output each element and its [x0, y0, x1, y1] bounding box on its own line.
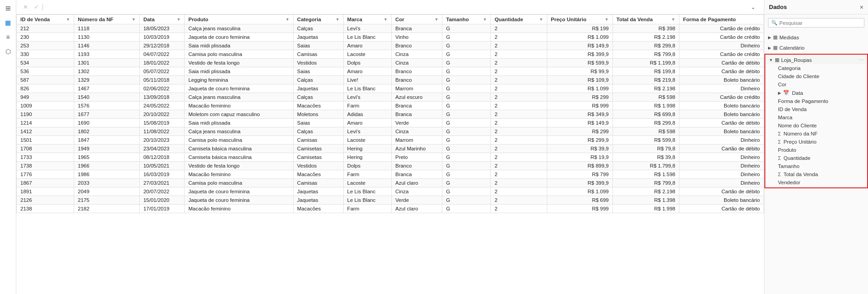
- col-header-quantidade[interactable]: Quantidade ▼: [491, 15, 547, 24]
- col-header-forma[interactable]: Forma de Pagamento: [679, 15, 764, 24]
- field-item-preco-unitario[interactable]: Σ Preço Unitário: [765, 138, 867, 146]
- field-group-header-loja-roupas[interactable]: ▼ ▦ Loja_Roupas ⋯: [765, 56, 867, 64]
- report-icon[interactable]: ≡: [2, 31, 14, 43]
- filter-icon-total[interactable]: ▼: [671, 17, 675, 22]
- table-row[interactable]: 212111818/05/2023Calça jeans masculinaCa…: [17, 24, 764, 33]
- field-item-data[interactable]: ▶ 📅 Data: [765, 89, 867, 97]
- filter-icon-categoria[interactable]: ▼: [336, 17, 340, 22]
- search-box[interactable]: 🔍: [768, 18, 864, 28]
- grid-icon[interactable]: ⊞: [2, 2, 14, 14]
- col-header-produto[interactable]: Produto ▼: [185, 15, 293, 24]
- confirm-button[interactable]: ✓: [31, 2, 42, 13]
- table-cell: Le Lis Blanc: [343, 84, 391, 93]
- field-item-forma-pagamento[interactable]: Forma de Pagamento: [765, 97, 867, 105]
- table-row[interactable]: 534130118/01/2022Vestido de festa longoV…: [17, 59, 764, 67]
- table-cell: G: [442, 196, 491, 205]
- table-row[interactable]: 1412180211/08/2022Calça jeans masculinaC…: [17, 127, 764, 136]
- table-row[interactable]: 949154013/09/2018Calça jeans masculinaCa…: [17, 93, 764, 102]
- field-item-tamanho[interactable]: Tamanho: [765, 162, 867, 170]
- table-row[interactable]: 1867203327/03/2021Camisa polo masculinaC…: [17, 179, 764, 187]
- filter-icon-data[interactable]: ▼: [177, 17, 181, 22]
- col-header-tamanho[interactable]: Tamanho ▼: [442, 15, 491, 24]
- table-cell: R$ 299,8: [612, 42, 679, 50]
- table-cell: Camisetas: [293, 153, 343, 162]
- table-cell: Lacoste: [343, 136, 391, 145]
- table-row[interactable]: 826146702/06/2022Jaqueta de couro femini…: [17, 84, 764, 93]
- table-cell: R$ 299,8: [612, 119, 679, 127]
- table-row[interactable]: 330119304/07/2022Camisa polo masculinaCa…: [17, 50, 764, 59]
- table-row[interactable]: 1776198616/03/2019Macacão femininoMacacõ…: [17, 170, 764, 179]
- field-item-total-venda[interactable]: Σ Total da Venda: [765, 170, 867, 178]
- table-cell: Dinheiro: [679, 170, 764, 179]
- table-row[interactable]: 1214169015/08/2019Saia midi plissadaSaia…: [17, 119, 764, 127]
- table-row[interactable]: 1190167720/10/2022Moletom com capuz masc…: [17, 110, 764, 119]
- table-row[interactable]: 1891204920/07/2022Jaqueta de couro femin…: [17, 187, 764, 196]
- col-header-id-venda[interactable]: ID de Venda ▼: [17, 15, 74, 24]
- panel-close-button[interactable]: ×: [860, 4, 863, 11]
- col-header-total[interactable]: Total da Venda ▼: [612, 15, 679, 24]
- table-cell: 1130: [74, 33, 140, 42]
- table-cell: 08/12/2018: [139, 153, 185, 162]
- field-item-id-venda[interactable]: ID de Venda: [765, 105, 867, 113]
- table-row[interactable]: 587132905/11/2018Legging femininaCalçasL…: [17, 76, 764, 84]
- table-row[interactable]: 230113010/03/2019Jaqueta de couro femini…: [17, 33, 764, 42]
- table-cell: Jaqueta de couro feminina: [185, 84, 293, 93]
- table-cell: 1501: [17, 136, 74, 145]
- field-item-vendedor[interactable]: Vendedor: [765, 178, 867, 187]
- table-row[interactable]: 1738196610/05/2021Vestido de festa longo…: [17, 162, 764, 170]
- filter-icon-quantidade[interactable]: ▼: [539, 17, 543, 22]
- search-input[interactable]: [779, 20, 861, 26]
- table-row[interactable]: 536130205/07/2022Saia midi plissadaSaias…: [17, 67, 764, 76]
- field-item-categoria[interactable]: Categoria: [765, 64, 867, 72]
- table-cell: Levi's: [343, 127, 391, 136]
- field-group-header-medidas[interactable]: ▶ ▦ Medidas: [764, 33, 868, 42]
- filter-icon-nf[interactable]: ▼: [132, 17, 136, 22]
- table-cell: Jaquetas: [293, 33, 343, 42]
- table-row[interactable]: 253114629/12/2018Saia midi plissadaSaias…: [17, 42, 764, 50]
- filter-icon-produto[interactable]: ▼: [285, 17, 289, 22]
- field-item-nome-cliente[interactable]: Nome do Cliente: [765, 121, 867, 130]
- filter-icon-preco[interactable]: ▼: [605, 17, 609, 22]
- delete-button[interactable]: ✕: [20, 2, 31, 13]
- filter-icon-id-venda[interactable]: ▼: [66, 17, 70, 22]
- filter-icon-marca[interactable]: ▼: [384, 17, 388, 22]
- col-header-cor[interactable]: Cor ▼: [391, 15, 442, 24]
- col-header-nf[interactable]: Número da NF ▼: [74, 15, 140, 24]
- table-row[interactable]: 1733196508/12/2018Camiseta básica mascul…: [17, 153, 764, 162]
- table-cell: G: [442, 84, 491, 93]
- filter-icon-cor[interactable]: ▼: [434, 17, 438, 22]
- table-cell: R$ 149,9: [547, 42, 612, 50]
- table-cell: Verde: [391, 196, 442, 205]
- field-item-cor[interactable]: Cor: [765, 80, 867, 89]
- field-item-numero-nf[interactable]: Σ Número da NF: [765, 130, 867, 138]
- model-icon[interactable]: ⬡: [2, 45, 14, 58]
- table-cell: Hering: [343, 153, 391, 162]
- table-cell: R$ 39,9: [547, 145, 612, 153]
- table-cell: Moletons: [293, 110, 343, 119]
- table-cell: R$ 199,8: [612, 67, 679, 76]
- table-row[interactable]: 2126217515/01/2020Jaqueta de couro femin…: [17, 196, 764, 205]
- table-row[interactable]: 1708194923/04/2023Camiseta básica mascul…: [17, 145, 764, 153]
- col-header-categoria[interactable]: Categoria ▼: [293, 15, 343, 24]
- field-item-cidade-cliente[interactable]: Cidade do Cliente: [765, 72, 867, 80]
- field-item-produto[interactable]: Produto: [765, 146, 867, 154]
- table-icon[interactable]: ▦: [2, 16, 14, 29]
- table-cell: Calça jeans masculina: [185, 24, 293, 33]
- table-cell: G: [442, 187, 491, 196]
- table-row[interactable]: 2138218217/01/2019Macacão femininoMacacõ…: [17, 205, 764, 213]
- table-cell: 15/01/2020: [139, 196, 185, 205]
- options-icon-loja-roupas[interactable]: ⋯: [859, 57, 863, 62]
- field-group-header-calendario[interactable]: ▶ ▦ Calendário: [764, 43, 868, 52]
- field-item-marca[interactable]: Marca: [765, 113, 867, 121]
- table-cell: Macacão feminino: [185, 102, 293, 110]
- table-cell: Vinho: [391, 33, 442, 42]
- table-cell: 2182: [74, 205, 140, 213]
- col-header-data[interactable]: Data ▼: [139, 15, 185, 24]
- field-item-quantidade[interactable]: Σ Quantidade: [765, 154, 867, 162]
- table-row[interactable]: 1501184720/10/2023Camisa polo masculinaC…: [17, 136, 764, 145]
- col-header-preco[interactable]: Preço Unitário ▼: [547, 15, 612, 24]
- col-header-marca[interactable]: Marca ▼: [343, 15, 391, 24]
- dropdown-button[interactable]: ⌄: [748, 2, 759, 13]
- table-row[interactable]: 1009157624/05/2022Macacão femininoMacacõ…: [17, 102, 764, 110]
- filter-icon-tamanho[interactable]: ▼: [483, 17, 487, 22]
